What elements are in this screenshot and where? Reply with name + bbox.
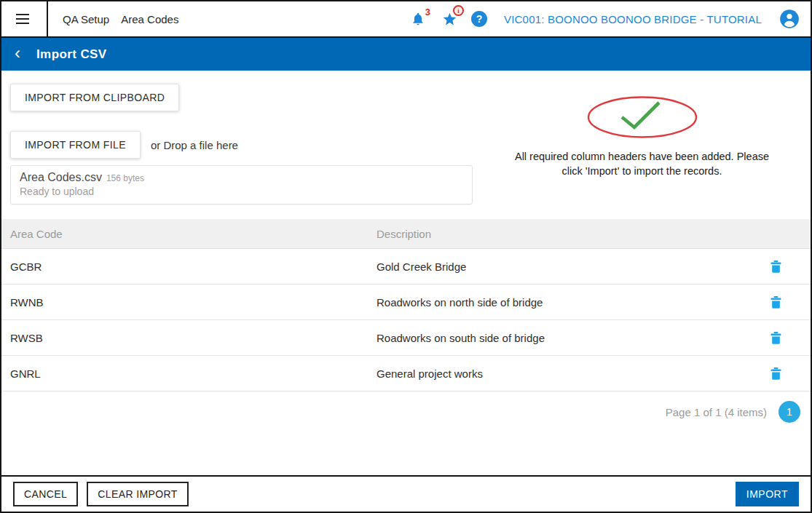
file-name: Area Codes.csv <box>20 171 102 183</box>
validation-message: All required column headers have been ad… <box>515 149 769 179</box>
table-row: GNRL General project works <box>1 356 811 391</box>
favorites-star-icon[interactable]: i <box>440 8 459 30</box>
page-1-button[interactable]: 1 <box>779 401 800 423</box>
topbar-divider <box>47 1 48 36</box>
success-check-icon <box>586 95 699 139</box>
page-title: Import CSV <box>36 47 107 62</box>
star-info-badge: i <box>453 5 464 16</box>
column-header-description: Description <box>377 228 748 240</box>
avatar-icon <box>779 9 800 29</box>
selected-file-card: Area Codes.csv156 bytes Ready to upload <box>10 165 473 204</box>
delete-row-button[interactable] <box>768 366 783 381</box>
import-from-clipboard-button[interactable]: IMPORT FROM CLIPBOARD <box>10 84 179 111</box>
pagination: Page 1 of 1 (4 items) 1 <box>1 391 811 432</box>
footer-left-actions: CANCEL CLEAR IMPORT <box>13 482 189 506</box>
import-button[interactable]: IMPORT <box>736 482 799 506</box>
content: IMPORT FROM CLIPBOARD IMPORT FROM FILE o… <box>1 71 811 475</box>
page-header: ‹ Import CSV <box>1 38 811 71</box>
help-icon[interactable]: ? <box>471 11 487 27</box>
file-status: Ready to upload <box>20 186 463 197</box>
area-codes-table: Area Code Description GCBR Gold Creek Br… <box>1 219 811 432</box>
clear-import-button[interactable]: CLEAR IMPORT <box>87 482 189 506</box>
table-header-row: Area Code Description <box>1 219 811 249</box>
back-button[interactable]: ‹ <box>15 44 23 65</box>
file-drop-zone[interactable]: IMPORT FROM FILE or Drop a file here <box>10 131 482 159</box>
cell-area-code: GNRL <box>1 367 377 380</box>
cell-area-code: GCBR <box>1 261 377 273</box>
import-from-file-button[interactable]: IMPORT FROM FILE <box>10 131 141 159</box>
upload-section: IMPORT FROM CLIPBOARD IMPORT FROM FILE o… <box>1 71 811 219</box>
user-avatar[interactable] <box>779 8 800 30</box>
cell-description: Gold Creek Bridge <box>377 261 748 273</box>
page-summary: Page 1 of 1 (4 items) <box>666 406 767 418</box>
drop-file-hint: or Drop a file here <box>151 139 238 151</box>
cell-area-code: RWNB <box>1 296 377 309</box>
file-size: 156 bytes <box>106 173 144 183</box>
delete-row-button[interactable] <box>768 259 783 274</box>
table-row: RWNB Roadworks on north side of bridge <box>1 285 811 320</box>
cell-description: Roadworks on north side of bridge <box>377 296 748 309</box>
trash-icon <box>770 261 781 273</box>
file-info-line: Area Codes.csv156 bytes <box>20 171 463 184</box>
cell-description: General project works <box>377 367 748 380</box>
delete-row-button[interactable] <box>768 295 783 309</box>
trash-icon <box>770 332 781 344</box>
top-bar: QA Setup Area Codes 3 i ? VIC001: BOONOO… <box>1 1 811 38</box>
import-csv-page: QA Setup Area Codes 3 i ? VIC001: BOONOO… <box>0 0 812 513</box>
table-row: RWSB Roadworks on south side of bridge <box>1 320 811 356</box>
breadcrumb-area-codes[interactable]: Area Codes <box>121 13 178 25</box>
column-header-area-code: Area Code <box>1 228 377 240</box>
topbar-actions: 3 i ? VIC001: BOONOO BOONOO BRIDGE - TUT… <box>409 8 800 30</box>
validation-panel: All required column headers have been ad… <box>482 84 802 204</box>
trash-icon <box>770 367 781 380</box>
breadcrumb-qa-setup[interactable]: QA Setup <box>63 13 109 25</box>
cell-area-code: RWSB <box>1 332 377 344</box>
notification-count-badge: 3 <box>425 7 430 17</box>
project-title[interactable]: VIC001: BOONOO BOONOO BRIDGE - TUTORIAL <box>504 13 762 25</box>
trash-icon <box>770 296 781 309</box>
table-row: GCBR Gold Creek Bridge <box>1 249 811 285</box>
notifications-bell-icon[interactable]: 3 <box>409 8 427 30</box>
footer-bar: CANCEL CLEAR IMPORT IMPORT <box>1 475 811 512</box>
hamburger-menu-icon[interactable] <box>10 7 35 31</box>
bell-icon <box>411 12 425 26</box>
validation-message-line2: click 'Import' to import the records. <box>562 165 722 177</box>
cell-description: Roadworks on south side of bridge <box>377 332 748 344</box>
validation-message-line1: All required column headers have been ad… <box>515 151 769 162</box>
upload-controls: IMPORT FROM CLIPBOARD IMPORT FROM FILE o… <box>10 84 482 204</box>
delete-row-button[interactable] <box>768 330 783 345</box>
checkmark <box>622 103 659 127</box>
breadcrumb: QA Setup Area Codes <box>63 13 178 25</box>
cancel-button[interactable]: CANCEL <box>13 482 78 506</box>
